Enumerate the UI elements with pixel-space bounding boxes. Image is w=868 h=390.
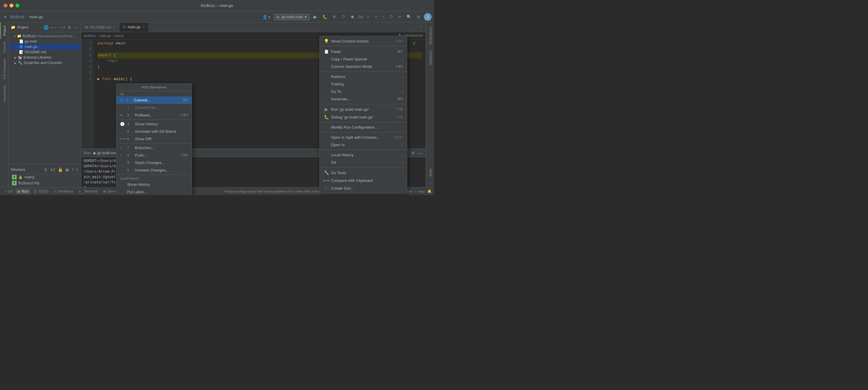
folder-icon: 📁 <box>17 34 22 38</box>
tree-item-maingo[interactable]: 🔵 main.go <box>8 44 81 50</box>
sidebar-item-project[interactable]: Project <box>0 23 8 39</box>
ctx-paste[interactable]: 📋 Paste ⌘V <box>320 48 407 55</box>
project-settings-button[interactable]: ⚙ <box>67 24 72 30</box>
structure-item-main[interactable]: f 🔒 main() <box>8 174 81 180</box>
ctx-run[interactable]: ▶ Run 'go build main.go' ⌃⇧R <box>320 106 407 113</box>
git-commit-button[interactable]: ✓ <box>373 14 380 20</box>
run-button[interactable]: ▶ <box>312 13 319 20</box>
stop-button[interactable]: ⏹ <box>349 14 356 20</box>
window-controls[interactable] <box>4 4 19 7</box>
ctx-create-gist[interactable]: ⚫ Create Gist... <box>320 184 407 192</box>
ctx-generate[interactable]: Generate... ⌘N <box>320 95 407 103</box>
sidebar-item-notifications[interactable]: Notifications <box>426 24 434 48</box>
ctx-open-in[interactable]: Open In › <box>320 141 407 149</box>
tree-item-readme[interactable]: 📝 README.md <box>8 50 81 55</box>
ctx-refactor[interactable]: Refactor › <box>320 73 407 80</box>
readme-label: README.md <box>25 50 46 54</box>
sidebar-item-make[interactable]: Make <box>426 166 434 180</box>
ctx-open-split[interactable]: Open in Split with Chooser... ⌥⇧↩ <box>320 134 407 141</box>
sidebar-item-bookmarks[interactable]: Bookmarks <box>0 82 8 104</box>
git-rollback-button[interactable]: ↩ <box>396 14 403 20</box>
ctx-compare-clipboard[interactable]: ⟷ Compare with Clipboard <box>320 177 407 184</box>
tab-problems[interactable]: ⚠ Problems <box>52 189 76 194</box>
ctx-label-gotools: Go Tools <box>331 171 399 175</box>
ctx-go-tools[interactable]: 🔧 Go Tools › <box>320 169 407 177</box>
readme-tab-close[interactable]: ✕ <box>113 25 116 29</box>
debug-button[interactable]: 🐛 <box>320 14 329 20</box>
tab-run[interactable]: ▶ Run <box>16 189 31 194</box>
maingo-tab-close[interactable]: ✕ <box>142 25 145 29</box>
vcs-item-unstash[interactable]: 0 Unstash Changes... <box>116 167 192 174</box>
readme-tab-label: README.md <box>90 25 111 29</box>
project-expand-button[interactable]: ⟶ <box>59 24 66 30</box>
structure-vis-button[interactable]: ▣ <box>65 167 70 173</box>
tab-readme[interactable]: M README.md ✕ <box>81 23 119 32</box>
git-history-button[interactable]: ⏱ <box>388 14 395 20</box>
project-collapse-button[interactable]: ⟵ <box>50 24 57 30</box>
tab-terminal[interactable]: >_ Terminal <box>76 189 100 194</box>
profile-button[interactable]: ⏱ <box>340 14 347 20</box>
minimize-button[interactable] <box>9 4 13 7</box>
gutter-checkmark: ✓ <box>412 40 416 46</box>
vcs-lh-putlabel[interactable]: Put Label... <box>116 188 192 195</box>
run-close-button[interactable]: — <box>418 150 423 156</box>
structure-panel: Structure ⇅ AZ 🔒 ▣ ⤴ λ f 🔒 main() f fizz… <box>8 164 81 187</box>
git-user-button[interactable]: 👤 ▾ <box>260 14 272 20</box>
tab-git[interactable]: ⑂ Git <box>2 189 15 194</box>
tree-item-gomod[interactable]: 📄 go.mod <box>8 39 81 44</box>
ctx-show-context-actions[interactable]: 💡 Show Context Actions ⌥↩ <box>320 37 407 45</box>
sidebar-item-structure-right[interactable]: ≡ <box>426 180 434 187</box>
vcs-item-branches[interactable]: ⑂ 7 Branches... <box>116 144 192 152</box>
search-everywhere-button[interactable]: 🔍 <box>405 14 413 20</box>
sidebar-item-commit[interactable]: Commit <box>0 39 8 56</box>
tree-item-scratches[interactable]: ▶ 🔧 Scratches and Consoles <box>8 60 81 65</box>
coverage-button[interactable]: ⚙ <box>331 14 338 20</box>
ctx-goto[interactable]: Go To › <box>320 88 407 95</box>
ctx-column-selection[interactable]: Column Selection Mode ⇧⌘8 <box>320 63 407 70</box>
vcs-item-push[interactable]: ↑ 8 Push... ⇧⌘K <box>116 152 192 159</box>
structure-anon-button[interactable]: λ <box>75 167 79 173</box>
maximize-button[interactable] <box>16 4 19 7</box>
close-button[interactable] <box>4 4 7 7</box>
ctx-label-context-actions: Show Context Actions <box>331 39 394 43</box>
terminal-tab-label: Terminal <box>84 189 97 193</box>
tree-item-external[interactable]: ▶ 📚 External Libraries <box>8 55 81 60</box>
vcs-item-blame[interactable]: 5 Annotate with Git Blame <box>116 128 192 135</box>
ctx-copy-paste-special[interactable]: Copy / Paste Special › <box>320 55 407 63</box>
run-settings-button[interactable]: ⚙ <box>410 150 415 156</box>
structure-inherited-button[interactable]: ⤴ <box>71 167 74 173</box>
tree-root[interactable]: ▾ 📁 fizzBuzz /Users/jetbrains/myProje... <box>8 33 81 39</box>
git-update-button[interactable]: ✓ <box>365 14 372 20</box>
structure-sort2-button[interactable]: AZ <box>50 167 56 173</box>
vcs-item-rollback[interactable]: ↩ 3 Rollback... ⌥⌘Z <box>116 111 192 119</box>
structure-item-fizzbuzz[interactable]: f fizzbuzz(i int) <box>8 180 81 186</box>
run-config-selector[interactable]: ▶ go build main ▾ <box>274 14 310 20</box>
ctx-local-history[interactable]: Local History › <box>320 151 407 159</box>
ctx-git[interactable]: Git › <box>320 159 407 166</box>
vcs-label-commitfile: Commit File... <box>135 106 188 110</box>
ctx-folding[interactable]: Folding › <box>320 80 407 88</box>
project-header-actions: 🌐 ⟵ ⟶ ⚙ — <box>43 24 79 30</box>
sidebar-item-pullrequests[interactable]: Pull Requests <box>0 56 8 82</box>
project-close-button[interactable]: — <box>73 24 79 30</box>
vcs-item-commit-file[interactable]: 2 Commit File... <box>116 104 192 111</box>
tab-spacer <box>149 23 417 32</box>
vcs-lh-showhistory[interactable]: Show History <box>116 181 192 188</box>
structure-lock-button[interactable]: 🔒 <box>57 167 63 173</box>
hamburger-button[interactable]: ≡ <box>2 14 8 20</box>
vcs-item-showhistory[interactable]: 🕐 4 Show History <box>116 120 192 128</box>
ctx-modify-run[interactable]: Modify Run Configuration... <box>320 124 407 131</box>
ctx-label-copypaste: Copy / Paste Special <box>331 57 399 61</box>
tab-todo[interactable]: ☰ TODO <box>31 189 51 194</box>
ctx-debug[interactable]: 🐛 Debug 'go build main.go' ⌃⇧D <box>320 113 407 121</box>
git-push-button[interactable]: ↑ <box>381 14 387 20</box>
settings-button[interactable]: ⚙ <box>415 14 422 20</box>
vcs-item-showdiff[interactable]: ⟷ 6 Show Diff <box>116 135 192 143</box>
structure-sort-button[interactable]: ⇅ <box>43 167 48 173</box>
sidebar-item-database[interactable]: Database <box>426 48 434 67</box>
vcs-item-stash[interactable]: 9 Stash Changes... <box>116 159 192 167</box>
tab-overflow-button[interactable]: ⋮ <box>417 23 426 32</box>
project-scope-button[interactable]: 🌐 <box>43 24 49 30</box>
tab-maingo[interactable]: G main.go ✕ <box>119 23 149 32</box>
vcs-item-commit[interactable]: ✓ 1 Commit... ⌘K <box>116 96 192 104</box>
